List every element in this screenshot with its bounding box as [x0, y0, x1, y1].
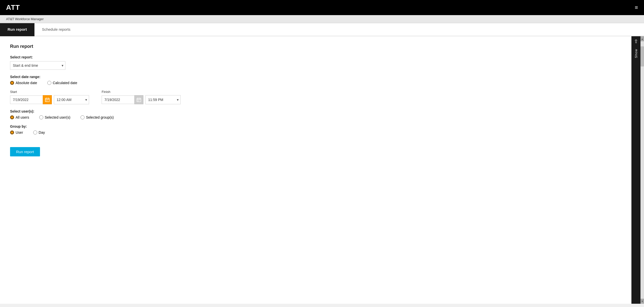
select-users-group: Select user(s): All users Selected user(… [10, 109, 621, 119]
start-label: Start [10, 90, 89, 94]
group-by-user-radio[interactable] [10, 130, 14, 134]
group-by-radio-group: User Day [10, 130, 621, 134]
selected-users-label: Selected user(s) [45, 115, 70, 119]
finish-time-wrapper: 12:00 AM 1:00 AM 6:00 AM 12:00 PM 11:59 … [145, 95, 181, 104]
svg-rect-13 [137, 100, 138, 100]
group-by-user-label: User [16, 130, 23, 134]
calendar-icon [137, 97, 141, 102]
calculated-date-radio[interactable] [47, 81, 51, 85]
svg-rect-16 [137, 101, 138, 101]
calculated-date-option[interactable]: Calculated date [47, 81, 77, 85]
group-by-label: Group by: [10, 124, 621, 128]
select-report-group: Select report: Start & end time ▾ [10, 55, 621, 70]
start-group: Start [10, 90, 89, 104]
finish-date-input[interactable] [102, 95, 134, 104]
datetime-row: Start [10, 90, 621, 104]
finish-time-select[interactable]: 12:00 AM 1:00 AM 6:00 AM 12:00 PM 11:59 … [145, 95, 181, 104]
absolute-date-radio[interactable] [10, 81, 14, 85]
select-report-label: Select report: [10, 55, 621, 59]
absolute-date-option[interactable]: Absolute date [10, 81, 37, 85]
date-range-label: Select date range: [10, 75, 621, 79]
group-by-day-label: Day [39, 130, 45, 134]
start-time-select[interactable]: 12:00 AM 1:00 AM 6:00 AM 12:00 PM 11:59 … [54, 95, 89, 104]
all-users-label: All users [16, 115, 29, 119]
start-inputs: 12:00 AM 1:00 AM 6:00 AM 12:00 PM 11:59 … [10, 95, 89, 104]
select-date-range-group: Select date range: Absolute date Calcula… [10, 75, 621, 85]
side-panel-up-arrow[interactable]: ⇧ [634, 36, 638, 46]
select-report-dropdown[interactable]: Start & end time [10, 61, 65, 70]
user-radio-group: All users Selected user(s) Selected grou… [10, 115, 621, 119]
side-panel-show-label[interactable]: Show [634, 46, 638, 61]
selected-groups-radio[interactable] [80, 115, 85, 119]
svg-rect-4 [46, 100, 46, 100]
start-calendar-button[interactable] [43, 95, 52, 104]
svg-rect-6 [48, 100, 48, 100]
all-users-radio[interactable] [10, 115, 14, 119]
content-area: Run report Select report: Start & end ti… [0, 36, 631, 304]
right-panel: ⇧ Show ▲ ▼ [631, 36, 644, 304]
side-panel: ⇧ Show [631, 36, 640, 304]
svg-rect-14 [138, 100, 139, 100]
finish-label: Finish [102, 90, 181, 94]
selected-users-option[interactable]: Selected user(s) [39, 115, 70, 119]
selected-users-radio[interactable] [39, 115, 43, 119]
group-by-day-option[interactable]: Day [33, 130, 45, 134]
scroll-up-button[interactable]: ▲ [640, 36, 644, 41]
selected-groups-label: Selected group(s) [86, 115, 114, 119]
breadcrumb: AT&T Workforce Manager [0, 15, 644, 23]
all-users-option[interactable]: All users [10, 115, 29, 119]
tab-schedule-reports[interactable]: Schedule reports [34, 23, 78, 36]
scroll-thumb[interactable] [640, 46, 644, 66]
group-by-user-option[interactable]: User [10, 130, 23, 134]
select-report-wrapper: Start & end time ▾ [10, 61, 65, 70]
start-time-wrapper: 12:00 AM 1:00 AM 6:00 AM 12:00 PM 11:59 … [54, 95, 89, 104]
svg-rect-7 [46, 101, 46, 101]
svg-rect-5 [47, 100, 47, 100]
app-title: ATT [6, 4, 20, 12]
calculated-date-label: Calculated date [53, 81, 77, 85]
svg-rect-8 [47, 101, 47, 101]
top-bar: ATT ≡ [0, 0, 644, 15]
selected-groups-option[interactable]: Selected group(s) [80, 115, 114, 119]
scroll-down-button[interactable]: ▼ [640, 299, 644, 304]
absolute-date-label: Absolute date [16, 81, 37, 85]
date-type-radio-group: Absolute date Calculated date [10, 81, 621, 85]
group-by-day-radio[interactable] [33, 130, 37, 134]
svg-rect-15 [139, 100, 140, 100]
svg-rect-17 [138, 101, 139, 101]
finish-inputs: 12:00 AM 1:00 AM 6:00 AM 12:00 PM 11:59 … [102, 95, 181, 104]
select-users-label: Select user(s): [10, 109, 621, 113]
finish-group: Finish [102, 90, 181, 104]
run-report-button[interactable]: Run report [10, 147, 40, 156]
group-by-group: Group by: User Day [10, 124, 621, 134]
tab-bar: Run report Schedule reports [0, 23, 644, 36]
section-title: Run report [10, 44, 621, 49]
scrollbar[interactable]: ▲ ▼ [640, 36, 644, 304]
tab-run-report[interactable]: Run report [0, 23, 34, 36]
menu-icon[interactable]: ≡ [635, 4, 638, 11]
start-date-input[interactable] [10, 95, 43, 104]
calendar-icon [45, 97, 50, 102]
finish-calendar-button[interactable] [134, 95, 143, 104]
